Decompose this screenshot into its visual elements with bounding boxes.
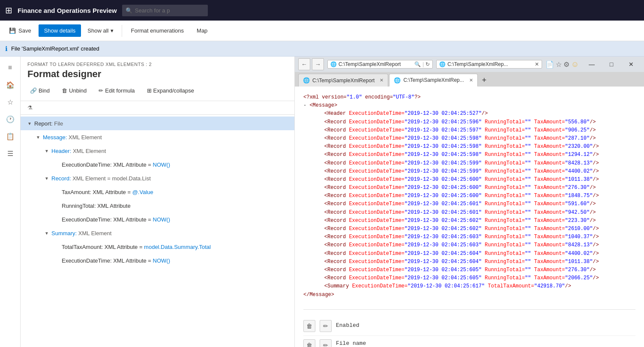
node-label-runningtotal: RunningTotal: XML Attribute bbox=[62, 203, 288, 209]
address-search-icon-1[interactable]: 🔍 bbox=[414, 61, 421, 67]
browser-forward-button[interactable]: → bbox=[312, 58, 324, 70]
enabled-delete-button[interactable]: 🗑 bbox=[303, 320, 315, 332]
filename-edit-button[interactable]: ✏ bbox=[320, 339, 332, 347]
maximize-button[interactable]: □ bbox=[602, 58, 621, 70]
new-tab-button[interactable]: + bbox=[479, 74, 492, 87]
filename-label-value: File name "SampleXmlReport" bbox=[336, 339, 393, 347]
browser-tab-1[interactable]: 🌐 C:\Temp\SampleXmlReport ✕ bbox=[298, 74, 388, 87]
node-value-taxamount: @.Value bbox=[132, 189, 153, 195]
info-bar: ℹ File 'SampleXmlReport.xml' created bbox=[0, 41, 644, 57]
sidebar-home-button[interactable]: 🏠 bbox=[3, 77, 18, 93]
xml-record-16: <Record ExecutionDateTime="2019-12-30 02… bbox=[303, 241, 635, 249]
tree-node-totaltaxamount[interactable]: TotalTaxAmount: XML Attribute = model.Da… bbox=[21, 240, 294, 254]
browser-content: <?xml version="1.0" encoding="UTF-8"?> -… bbox=[295, 87, 644, 347]
xml-record-13: <Record ExecutionDateTime="2019-12-30 02… bbox=[303, 217, 635, 225]
node-label-summary: Summary: XML Element bbox=[51, 230, 288, 236]
sidebar-hamburger-button[interactable]: ≡ bbox=[3, 60, 18, 75]
info-bar-text: File 'SampleXmlReport.xml' created bbox=[11, 45, 99, 52]
xml-record-3: <Record ExecutionDateTime="2019-12-30 02… bbox=[303, 135, 635, 143]
tab-close-2[interactable]: ✕ bbox=[469, 78, 473, 83]
xml-record-17: <Record ExecutionDateTime="2019-12-30 02… bbox=[303, 250, 635, 258]
expand-collapse-button[interactable]: ⊞ Expand/collapse bbox=[144, 86, 197, 96]
format-enumerations-button[interactable]: Format enumerations bbox=[126, 24, 190, 37]
node-name-report: Report: bbox=[34, 120, 54, 127]
node-label-execdatetime1: ExecutionDateTime: XML Attribute = NOW() bbox=[62, 162, 288, 168]
save-button[interactable]: 💾 Save bbox=[3, 24, 37, 37]
search-input[interactable] bbox=[122, 5, 208, 16]
enabled-label: Enabled bbox=[336, 321, 359, 330]
search-icon-top: 🔍 bbox=[126, 7, 132, 14]
tree-node-taxamount[interactable]: TaxAmount: XML Attribute = @.Value bbox=[21, 185, 294, 199]
tab-close-1[interactable]: ✕ bbox=[380, 78, 383, 83]
tree-node-summary[interactable]: ▼ Summary: XML Element bbox=[21, 226, 294, 240]
format-designer-header: FORMAT TO LEARN DEFERRED XML ELEMENTS : … bbox=[21, 57, 294, 101]
sidebar-calendar-button[interactable]: 📋 bbox=[3, 129, 18, 144]
address-separator-1: | bbox=[422, 61, 424, 67]
tree-node-message[interactable]: ▼ Message: XML Element bbox=[21, 130, 294, 144]
browser-titlebar: ← → 🌐 C:\Temp\SampleXmlReport 🔍 | ↻ 🌐 C:… bbox=[295, 57, 644, 72]
tree-node-execdatetime2[interactable]: ExecutionDateTime: XML Attribute = NOW() bbox=[21, 212, 294, 226]
close-button[interactable]: ✕ bbox=[622, 58, 641, 70]
star-icon[interactable]: ☆ bbox=[556, 60, 562, 69]
waffle-icon[interactable]: ⊞ bbox=[5, 5, 12, 15]
tree-node-execdatetime1[interactable]: ExecutionDateTime: XML Attribute = NOW() bbox=[21, 158, 294, 171]
page-new-icon[interactable]: 📄 bbox=[545, 60, 554, 69]
address-bar-1[interactable]: 🌐 C:\Temp\SampleXmlReport 🔍 | ↻ bbox=[327, 60, 433, 69]
node-value-execdatetime2: NOW() bbox=[153, 216, 170, 223]
xml-decl-version: "1.0" bbox=[347, 93, 362, 102]
map-label: Map bbox=[197, 27, 207, 34]
tree-node-execdatetime3[interactable]: ExecutionDateTime: XML Attribute = NOW() bbox=[21, 254, 294, 267]
save-label: Save bbox=[18, 27, 31, 34]
window-controls: — □ ✕ bbox=[582, 58, 641, 70]
sidebar-star-button[interactable]: ☆ bbox=[3, 94, 18, 110]
xml-record-10: <Record ExecutionDateTime="2019-12-30 02… bbox=[303, 192, 635, 200]
map-button[interactable]: Map bbox=[191, 24, 213, 37]
address-refresh-1[interactable]: ↻ bbox=[425, 61, 430, 67]
sidebar-list-button[interactable]: ☰ bbox=[3, 146, 18, 161]
unbind-button[interactable]: 🗑 Unbind bbox=[59, 86, 89, 96]
sidebar-history-button[interactable]: 🕐 bbox=[3, 111, 18, 127]
properties-area: 🗑 ✏ Enabled 🗑 ✏ File name "SampleXmlRepo… bbox=[303, 309, 635, 347]
browser-tab-2[interactable]: 🌐 C:\Temp\SampleXmlRep... ✕ bbox=[389, 74, 477, 87]
show-details-button[interactable]: Show details bbox=[39, 24, 81, 37]
show-all-button[interactable]: Show all ▾ bbox=[83, 24, 118, 37]
address-bar-2[interactable]: 🌐 C:\Temp\SampleXmlRep... ✕ bbox=[436, 60, 542, 69]
node-label-execdatetime3: ExecutionDateTime: XML Attribute = NOW() bbox=[62, 257, 288, 264]
edit-formula-icon: ✏ bbox=[99, 87, 103, 94]
bind-button[interactable]: 🔗 Bind bbox=[27, 86, 52, 96]
format-enumerations-label: Format enumerations bbox=[131, 27, 184, 34]
node-value-totaltaxamount: model.Data.Summary.Total bbox=[144, 244, 211, 250]
smiley-icon[interactable]: ☺ bbox=[571, 60, 579, 69]
xml-record-14: <Record ExecutionDateTime="2019-12-30 02… bbox=[303, 225, 635, 233]
expand-icon-record: ▼ bbox=[45, 176, 50, 181]
node-label-taxamount: TaxAmount: XML Attribute = @.Value bbox=[62, 189, 288, 195]
browser-back-button[interactable]: ← bbox=[298, 58, 310, 70]
xml-record-7: <Record ExecutionDateTime="2019-12-30 02… bbox=[303, 168, 635, 176]
tree-node-report[interactable]: ▼ Report: File bbox=[21, 117, 294, 130]
close-tab-icon[interactable]: ✕ bbox=[535, 61, 539, 67]
tab-ie-icon-1: 🌐 bbox=[303, 77, 310, 84]
node-name-execdatetime2: ExecutionDateTime: XML Attribute = bbox=[62, 216, 153, 223]
xml-record-18: <Record ExecutionDateTime="2019-12-30 02… bbox=[303, 258, 635, 266]
edit-formula-button[interactable]: ✏ Edit formula bbox=[96, 86, 137, 96]
filename-delete-button[interactable]: 🗑 bbox=[303, 339, 315, 347]
enabled-edit-button[interactable]: ✏ bbox=[320, 320, 332, 332]
browser-action-icons: 📄 ☆ ⚙ ☺ bbox=[545, 60, 579, 69]
node-label-totaltaxamount: TotalTaxAmount: XML Attribute = model.Da… bbox=[62, 244, 288, 250]
xml-record-6: <Record ExecutionDateTime="2019-12-30 02… bbox=[303, 159, 635, 168]
xml-message-close: </Message> bbox=[303, 291, 635, 299]
filter-row: ⚗ bbox=[21, 101, 294, 115]
minimize-button[interactable]: — bbox=[582, 58, 601, 70]
tree-node-header[interactable]: ▼ Header: XML Element bbox=[21, 144, 294, 158]
search-wrapper: 🔍 bbox=[122, 5, 208, 16]
expand-icon-summary: ▼ bbox=[45, 231, 50, 236]
tree-node-record[interactable]: ▼ Record: XML Element = model.Data.List bbox=[21, 171, 294, 185]
node-type-report: File bbox=[54, 120, 63, 127]
xml-record-5: <Record ExecutionDateTime="2019-12-30 02… bbox=[303, 151, 635, 159]
show-details-label: Show details bbox=[44, 27, 76, 34]
gear-icon[interactable]: ⚙ bbox=[563, 60, 569, 69]
edit-formula-label: Edit formula bbox=[105, 87, 135, 94]
tree-node-runningtotal[interactable]: RunningTotal: XML Attribute bbox=[21, 199, 294, 212]
top-bar: ⊞ Finance and Operations Preview 🔍 bbox=[0, 0, 644, 21]
address-ie-icon-1: 🌐 bbox=[330, 61, 337, 67]
